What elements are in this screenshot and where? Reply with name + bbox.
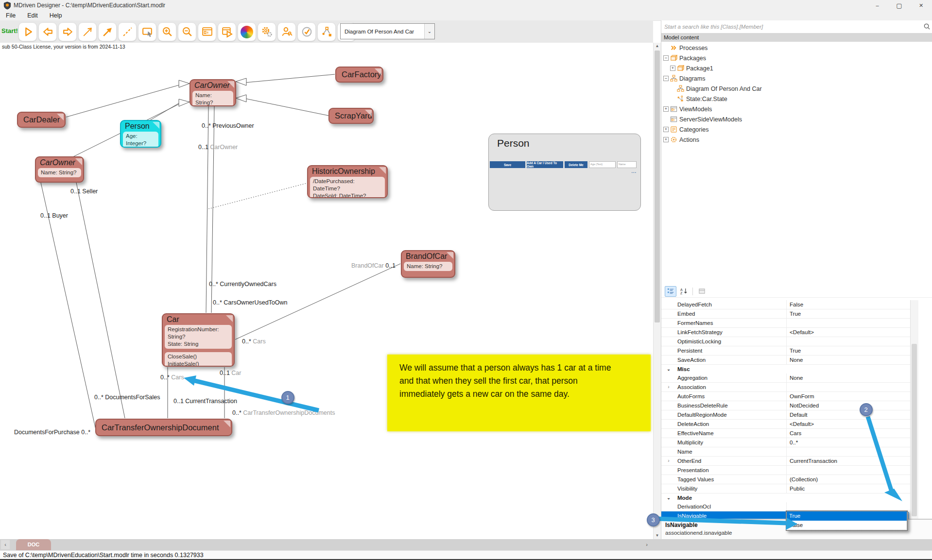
tab-scroll-left-button[interactable]: ‹ [1,540,10,549]
property-row-association[interactable]: ›Association [661,383,910,392]
property-row-embed[interactable]: EmbedTrue [661,309,910,319]
color-wheel-button[interactable] [238,22,256,41]
property-value[interactable]: Default [787,410,910,419]
search-input[interactable] [663,21,918,32]
preview-field[interactable]: Age (Text) [589,161,616,168]
expand-icon[interactable]: + [663,127,669,132]
menu-help[interactable]: Help [44,12,68,19]
note-box[interactable]: We will assume that a person always has … [387,355,651,431]
property-value[interactable] [787,319,910,327]
property-value[interactable]: None [787,356,910,364]
settings-gears-button[interactable] [258,22,276,41]
expand-icon[interactable]: + [663,137,669,142]
property-row-delayedfetch[interactable]: DelayedFetchFalse [661,300,910,309]
class-historicownership[interactable]: HistoricOwnership/DatePurchased: DateTim… [307,165,388,198]
property-value[interactable]: <Default> [787,420,910,428]
property-value[interactable] [787,383,910,391]
association-arrow-filled-button[interactable] [98,22,117,41]
property-value[interactable] [787,337,910,346]
minimize-button[interactable]: – [866,0,888,11]
property-row-otherend[interactable]: ›OtherEndCurrentTransaction [661,457,910,466]
property-value[interactable]: OwnForm [787,392,910,401]
property-row-persistent[interactable]: PersistentTrue [661,346,910,356]
tree-item-diagram-of-person-and-car[interactable]: Diagram Of Person And Car [661,84,932,94]
diagram-canvas[interactable] [0,43,653,539]
close-button[interactable]: ✕ [910,0,932,11]
dashed-line-button[interactable] [118,22,137,41]
property-pages-button[interactable] [696,287,707,296]
property-value[interactable]: NotDecided [787,401,910,410]
property-row-deleteaction[interactable]: DeleteAction<Default> [661,420,910,429]
zoom-in-button[interactable] [158,22,176,41]
property-row-mode[interactable]: ⌄Mode [661,493,910,502]
property-value[interactable]: True [787,309,910,318]
chevron-down-icon[interactable]: ⌄ [424,24,434,39]
preview-button-add-a-car-i-used-to-own[interactable]: Add A Car I Used To Own [527,161,563,168]
property-row-multiplicity[interactable]: Multiplicity0..* [661,438,910,447]
tab-scroll-right-button[interactable]: › [642,540,651,549]
scroll-down-icon[interactable]: ▼ [654,532,661,539]
class-carfactory[interactable]: CarFactory [335,67,383,83]
search-icon[interactable] [923,23,931,30]
property-row-saveaction[interactable]: SaveActionNone [661,356,910,365]
property-grid-scrollbar[interactable] [910,300,918,519]
maximize-button[interactable]: ▢ [888,0,910,11]
collapse-icon[interactable]: − [663,76,669,81]
canvas-vertical-scrollbar[interactable]: ▲ ▼ [653,43,661,539]
property-value[interactable]: CurrentTransaction [787,457,910,465]
tree-item-viewmodels[interactable]: +ViewModels [661,104,932,114]
categorize-button[interactable] [665,286,676,297]
validate-check-button[interactable] [297,22,316,41]
window-play-button[interactable] [218,22,236,41]
property-value[interactable]: (Collection) [787,475,910,484]
tree-item-actions[interactable]: +Actions [661,135,932,145]
class-cardealer[interactable]: CarDealer [17,112,66,128]
property-value[interactable] [787,447,910,456]
tree-item-package1[interactable]: +Package1 [661,63,932,73]
class-brandofcar[interactable]: BrandOfCarName: String? [401,250,455,278]
tree-item-state-car-state[interactable]: State:Car.State [661,94,932,104]
property-row-autoforms[interactable]: AutoFormsOwnForm [661,392,910,401]
tree-item-diagrams[interactable]: −Diagrams [661,73,932,84]
property-value[interactable]: <Default> [787,328,910,337]
dropdown-option-true[interactable]: True [787,511,907,521]
class-person[interactable]: PersonAge: Integer? [120,120,161,148]
tree-item-serversideviewmodels[interactable]: ServerSideViewModels [661,114,932,124]
state-diagram-button[interactable] [317,22,336,41]
property-value[interactable]: True [787,346,910,355]
property-value[interactable] [787,502,910,511]
class-scrapyard[interactable]: ScrapYard [328,108,374,124]
preview-more-label[interactable]: ... [631,169,637,174]
menu-edit[interactable]: Edit [21,12,44,19]
preview-button-save[interactable]: Save [490,161,525,168]
property-value[interactable] [787,466,910,475]
person-viewmodel-preview[interactable]: Person SaveAdd A Car I Used To OwnDelete… [488,134,641,211]
property-row-visibility[interactable]: VisibilityPublic [661,484,910,493]
property-row-defaultregionmode[interactable]: DefaultRegionModeDefault [661,410,910,420]
class-carowner[interactable]: CarOwnerName: String? [190,79,236,106]
dropdown-option-false[interactable]: False [787,521,907,530]
viewmodel-frame-button[interactable] [138,22,156,41]
preview-button-delete-me[interactable]: Delete Me [565,161,587,168]
diagram-selector[interactable]: Diagram Of Person And Car ⌄ [340,23,435,39]
tree-item-categories[interactable]: +Categories [661,124,932,135]
property-row-linkfetchstrategy[interactable]: LinkFetchStrategy<Default> [661,328,910,337]
class-cartransferownershipdocument[interactable]: CarTransferOwnershipDocument [95,419,232,436]
property-value[interactable]: 0..* [787,438,910,447]
viewmodel-window-button[interactable] [198,22,216,41]
zoom-out-button[interactable] [178,22,196,41]
property-value[interactable]: Cars [787,429,910,438]
scroll-up-icon[interactable]: ▲ [654,43,661,50]
property-value[interactable]: Public [787,484,910,493]
property-row-name[interactable]: Name [661,447,910,457]
access-user-key-button[interactable] [277,22,296,41]
preview-field[interactable]: Name [617,161,637,168]
property-row-formernames[interactable]: FormerNames [661,319,910,328]
expand-icon[interactable]: + [670,66,675,71]
tree-item-packages[interactable]: −Packages [661,53,932,63]
tree-item-processes[interactable]: Processes [661,43,932,53]
nav-forward-button[interactable] [58,22,77,41]
sort-alphabetical-button[interactable]: AZ [678,287,689,296]
property-row-businessdeleterule[interactable]: BusinessDeleteRuleNotDecided [661,401,910,410]
property-row-optimisticlocking[interactable]: OptimisticLocking [661,337,910,346]
